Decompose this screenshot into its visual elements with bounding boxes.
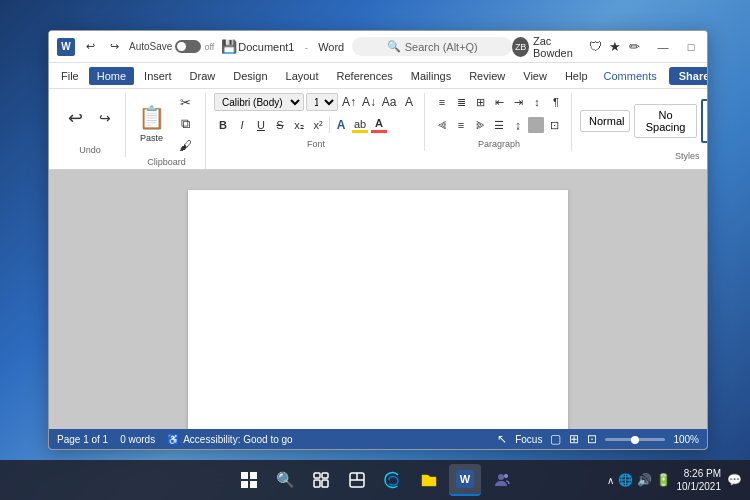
style-heading1-button[interactable]: Heading 1: [701, 99, 708, 143]
style-normal-button[interactable]: Normal: [580, 110, 630, 132]
taskbar-clock[interactable]: 8:26 PM 10/1/2021: [677, 467, 722, 493]
copy-button[interactable]: ⧉: [171, 114, 199, 134]
system-tray-icons: ∧ 🌐 🔊 🔋: [607, 473, 671, 487]
format-painter-button[interactable]: 🖌: [171, 136, 199, 155]
taskbar: 🔍: [0, 460, 750, 500]
maximize-button[interactable]: □: [678, 36, 704, 58]
menu-layout[interactable]: Layout: [278, 67, 327, 85]
decrease-indent-button[interactable]: ⇤: [490, 93, 508, 111]
document-area[interactable]: [49, 170, 707, 429]
redo-button[interactable]: ↪: [105, 38, 123, 56]
view-print-icon[interactable]: ⊞: [569, 432, 579, 446]
menu-draw[interactable]: Draw: [182, 67, 224, 85]
text-highlight-button[interactable]: ab: [351, 116, 369, 134]
paragraph-group-label: Paragraph: [478, 139, 520, 149]
redo-ribbon-button[interactable]: ↪: [91, 108, 119, 128]
increase-indent-button[interactable]: ⇥: [509, 93, 527, 111]
line-spacing-button[interactable]: ↨: [509, 116, 527, 134]
shading-button[interactable]: [528, 117, 544, 133]
start-button[interactable]: [233, 464, 265, 496]
style-no-spacing-button[interactable]: No Spacing: [634, 104, 697, 138]
cut-button[interactable]: ✂: [171, 93, 199, 112]
increase-font-button[interactable]: A↑: [340, 93, 358, 111]
user-info[interactable]: ZB Zac Bowden: [512, 35, 584, 59]
title-bar-right: ZB Zac Bowden 🛡 ★ ✏ — □ ✕: [512, 35, 708, 59]
menu-help[interactable]: Help: [557, 67, 596, 85]
autosave-state: off: [204, 42, 214, 52]
focus-label[interactable]: Focus: [515, 434, 542, 445]
bold-button[interactable]: B: [214, 116, 232, 134]
menu-home[interactable]: Home: [89, 67, 134, 85]
share-button[interactable]: Share: [669, 67, 708, 85]
svg-rect-2: [241, 481, 248, 488]
superscript-button[interactable]: x²: [309, 116, 327, 134]
underline-button[interactable]: U: [252, 116, 270, 134]
text-effects-button[interactable]: A: [332, 116, 350, 134]
widgets-button[interactable]: [341, 464, 373, 496]
numbered-list-button[interactable]: ≣: [452, 93, 470, 111]
font-color-button[interactable]: A: [370, 116, 388, 134]
pen-icon[interactable]: ✏: [627, 38, 642, 56]
autosave-toggle[interactable]: [175, 40, 201, 53]
font-size-select[interactable]: 11: [306, 93, 338, 111]
italic-button[interactable]: I: [233, 116, 251, 134]
zoom-slider[interactable]: [605, 438, 665, 441]
taskbar-center: 🔍: [233, 464, 517, 496]
notification-icon[interactable]: 💬: [727, 473, 742, 487]
windows-icon: [241, 472, 257, 488]
undo-ribbon-button[interactable]: ↩: [61, 93, 89, 143]
bullet-list-button[interactable]: ≡: [433, 93, 451, 111]
zoom-thumb: [631, 436, 639, 444]
comments-button[interactable]: Comments: [598, 67, 663, 85]
view-web-icon[interactable]: ⊡: [587, 432, 597, 446]
strikethrough-button[interactable]: S: [271, 116, 289, 134]
paste-button[interactable]: 📋 Paste: [134, 103, 169, 145]
taskbar-explorer-button[interactable]: [413, 464, 445, 496]
search-box[interactable]: 🔍 Search (Alt+Q): [352, 37, 512, 56]
case-button[interactable]: A: [400, 93, 418, 111]
ribbon-group-font: Calibri (Body) 11 A↑ A↓ Aa A B: [208, 93, 425, 151]
menu-design[interactable]: Design: [225, 67, 275, 85]
menu-view[interactable]: View: [515, 67, 555, 85]
chevron-up-icon[interactable]: ∧: [607, 475, 614, 486]
undo-group-content: ↩ ↪: [61, 93, 119, 143]
justify-button[interactable]: ☰: [490, 116, 508, 134]
minimize-button[interactable]: —: [650, 36, 676, 58]
menu-file[interactable]: File: [53, 67, 87, 85]
taskbar-teams-button[interactable]: [485, 464, 517, 496]
svg-rect-1: [250, 472, 257, 479]
font-row: Calibri (Body) 11 A↑ A↓ Aa A: [214, 93, 418, 111]
task-view-button[interactable]: [305, 464, 337, 496]
align-right-button[interactable]: ⫸: [471, 116, 489, 134]
star-icon[interactable]: ★: [608, 38, 623, 56]
taskbar-search-button[interactable]: 🔍: [269, 464, 301, 496]
clear-format-button[interactable]: Aa: [380, 93, 398, 111]
view-normal-icon[interactable]: ▢: [550, 432, 561, 446]
sort-button[interactable]: ↕: [528, 93, 546, 111]
subscript-button[interactable]: x₂: [290, 116, 308, 134]
align-left-button[interactable]: ⫷: [433, 116, 451, 134]
battery-icon[interactable]: 🔋: [656, 473, 671, 487]
taskbar-word-button[interactable]: W: [449, 464, 481, 496]
styles-group-content: Normal No Spacing Heading 1 ▲ ▼ ⊟: [580, 93, 708, 149]
close-button[interactable]: ✕: [706, 36, 708, 58]
font-name-select[interactable]: Calibri (Body): [214, 93, 304, 111]
decrease-font-button[interactable]: A↓: [360, 93, 378, 111]
menu-review[interactable]: Review: [461, 67, 513, 85]
menu-mailings[interactable]: Mailings: [403, 67, 459, 85]
volume-icon[interactable]: 🔊: [637, 473, 652, 487]
menu-insert[interactable]: Insert: [136, 67, 180, 85]
menu-references[interactable]: References: [329, 67, 401, 85]
save-icon[interactable]: 💾: [220, 38, 238, 56]
multilevel-list-button[interactable]: ⊞: [471, 93, 489, 111]
document-page[interactable]: [188, 190, 568, 429]
shield-icon[interactable]: 🛡: [588, 38, 603, 56]
task-view-icon: [313, 472, 329, 488]
network-icon[interactable]: 🌐: [618, 473, 633, 487]
undo-icon: ↩: [68, 107, 83, 129]
undo-button[interactable]: ↩: [81, 38, 99, 56]
show-formatting-button[interactable]: ¶: [547, 93, 565, 111]
taskbar-edge-button[interactable]: [377, 464, 409, 496]
borders-button[interactable]: ⊡: [545, 116, 563, 134]
align-center-button[interactable]: ≡: [452, 116, 470, 134]
